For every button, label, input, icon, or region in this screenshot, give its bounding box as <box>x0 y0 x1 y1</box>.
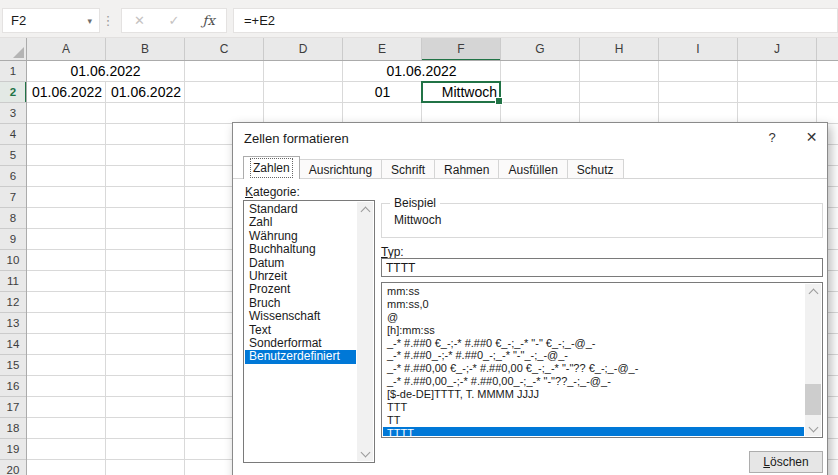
fill-handle[interactable] <box>495 97 503 105</box>
category-item-buchhaltung[interactable]: Buchhaltung <box>245 243 356 256</box>
cell-a2[interactable]: 01.06.2022 <box>27 82 106 102</box>
separator-dots-icon[interactable]: ⋮ <box>101 8 115 33</box>
row-header-2[interactable]: 2 <box>0 82 26 103</box>
column-header-f[interactable]: F <box>422 38 501 60</box>
format-code-item[interactable]: TT <box>383 414 804 427</box>
column-headers: ABCDEFGHIJK <box>27 38 838 61</box>
tab-label: Schutz <box>577 163 614 177</box>
format-code-item[interactable]: _-* #.##0 €_-;-* #.##0 €_-;_-* "-" €_-;_… <box>383 337 804 350</box>
name-box[interactable]: F2 ▾ <box>2 8 100 33</box>
cell-b2[interactable]: 01.06.2022 <box>106 82 185 102</box>
tab-schutz[interactable]: Schutz <box>568 159 624 179</box>
category-item-sonderformat[interactable]: Sonderformat <box>245 337 356 350</box>
scroll-down-button[interactable] <box>357 446 373 461</box>
row-header-13[interactable]: 13 <box>0 313 26 334</box>
scroll-down-button[interactable] <box>805 421 821 436</box>
row-header-6[interactable]: 6 <box>0 166 26 187</box>
close-icon[interactable]: ✕ <box>803 129 820 145</box>
row-headers: 123456789101112131415161718192021 <box>0 61 27 475</box>
row-header-17[interactable]: 17 <box>0 397 26 418</box>
cell-e1-merged[interactable]: 01.06.2022 <box>343 61 500 81</box>
column-header-h[interactable]: H <box>580 38 659 60</box>
format-code-item[interactable]: [h]:mm:ss <box>383 324 804 337</box>
row-header-7[interactable]: 7 <box>0 187 26 208</box>
category-item-datum[interactable]: Datum <box>245 257 356 270</box>
tab-rahmen[interactable]: Rahmen <box>435 159 499 179</box>
tab-label: Schrift <box>391 163 425 177</box>
format-code-item[interactable]: TTT <box>383 401 804 414</box>
scrollbar-thumb[interactable] <box>805 384 821 415</box>
format-code-item[interactable]: mm:ss <box>383 285 804 298</box>
format-code-item[interactable]: _-* #.##0,00_-;-* #.##0,00_-;_-* "-"??_-… <box>383 375 804 388</box>
column-header-g[interactable]: G <box>501 38 580 60</box>
column-header-d[interactable]: D <box>264 38 343 60</box>
scroll-up-button[interactable] <box>357 202 373 217</box>
row-header-14[interactable]: 14 <box>0 334 26 355</box>
cancel-icon[interactable]: ✕ <box>122 13 157 28</box>
column-header-j[interactable]: J <box>738 38 817 60</box>
column-header-e[interactable]: E <box>343 38 422 60</box>
row-header-19[interactable]: 19 <box>0 439 26 460</box>
tab-ausrichtung[interactable]: Ausrichtung <box>300 159 382 179</box>
category-item-bruch[interactable]: Bruch <box>245 297 356 310</box>
tab-zahlen[interactable]: Zahlen <box>243 156 300 179</box>
row-header-5[interactable]: 5 <box>0 145 26 166</box>
row-header-16[interactable]: 16 <box>0 376 26 397</box>
help-icon[interactable]: ? <box>764 130 780 145</box>
row-header-12[interactable]: 12 <box>0 292 26 313</box>
tab-schrift[interactable]: Schrift <box>382 159 435 179</box>
category-item-standard[interactable]: Standard <box>245 203 356 216</box>
row-header-9[interactable]: 9 <box>0 229 26 250</box>
row-header-3[interactable]: 3 <box>0 103 26 124</box>
category-item-w-hrung[interactable]: Währung <box>245 230 356 243</box>
column-header-k[interactable]: K <box>817 38 838 60</box>
enter-icon[interactable]: ✓ <box>157 13 192 28</box>
format-code-item[interactable]: _-* #.##0,00 €_-;-* #.##0,00 €_-;_-* "-"… <box>383 362 804 375</box>
dialog-title: Zellen formatieren <box>244 131 349 146</box>
excel-window: F2 ▾ ⋮ ✕ ✓ ƒx =+E2 ABCDEFGHIJK 123456789… <box>0 0 838 475</box>
row-header-10[interactable]: 10 <box>0 250 26 271</box>
cell-e2[interactable]: 01 <box>343 82 422 102</box>
tab-ausf-llen[interactable]: Ausfüllen <box>499 159 567 179</box>
category-item-text[interactable]: Text <box>245 324 356 337</box>
category-item-prozent[interactable]: Prozent <box>245 283 356 296</box>
chevron-up-icon <box>808 288 818 298</box>
insert-function-icon[interactable]: ƒx <box>191 13 226 28</box>
format-code-item[interactable]: TTTT <box>383 427 804 436</box>
row-header-20[interactable]: 20 <box>0 460 26 475</box>
chevron-down-icon <box>808 422 818 432</box>
format-code-item[interactable]: _-* #.##0_-;-* #.##0_-;_-* "-"_-;_-@_- <box>383 349 804 362</box>
category-item-uhrzeit[interactable]: Uhrzeit <box>245 270 356 283</box>
formula-bar-strip: F2 ▾ ⋮ ✕ ✓ ƒx =+E2 <box>0 0 838 38</box>
format-code-item[interactable]: [$-de-DE]TTTT, T. MMMM JJJJ <box>383 388 804 401</box>
category-listbox[interactable]: StandardZahlWährungBuchhaltungDatumUhrze… <box>243 200 375 463</box>
column-header-c[interactable]: C <box>185 38 264 60</box>
format-scrollbar[interactable] <box>805 284 821 436</box>
format-cells-dialog: Zellen formatieren ? ✕ ZahlenAusrichtung… <box>232 122 828 475</box>
row-header-1[interactable]: 1 <box>0 61 26 82</box>
format-code-item[interactable]: @ <box>383 311 804 324</box>
delete-button[interactable]: Löschen <box>749 451 823 473</box>
cell-a1-merged[interactable]: 01.06.2022 <box>27 61 184 81</box>
chevron-up-icon <box>360 206 370 216</box>
formula-bar[interactable]: =+E2 <box>233 8 838 33</box>
format-code-listbox[interactable]: mm:ssmm:ss,0@[h]:mm:ss_-* #.##0 €_-;-* #… <box>381 282 823 438</box>
scroll-up-button[interactable] <box>805 284 821 299</box>
format-code-item[interactable]: mm:ss,0 <box>383 298 804 311</box>
category-item-zahl[interactable]: Zahl <box>245 216 356 229</box>
chevron-down-icon[interactable]: ▾ <box>87 16 99 26</box>
example-legend: Beispiel <box>390 196 440 210</box>
row-header-11[interactable]: 11 <box>0 271 26 292</box>
category-item-wissenschaft[interactable]: Wissenschaft <box>245 310 356 323</box>
column-header-i[interactable]: I <box>659 38 738 60</box>
category-item-benutzerdefiniert[interactable]: Benutzerdefiniert <box>245 350 356 363</box>
row-header-8[interactable]: 8 <box>0 208 26 229</box>
row-header-18[interactable]: 18 <box>0 418 26 439</box>
row-header-4[interactable]: 4 <box>0 124 26 145</box>
category-scrollbar[interactable] <box>357 202 373 461</box>
select-all-corner[interactable] <box>0 38 27 61</box>
column-header-a[interactable]: A <box>27 38 106 60</box>
column-header-b[interactable]: B <box>106 38 185 60</box>
row-header-15[interactable]: 15 <box>0 355 26 376</box>
type-input[interactable] <box>381 258 823 277</box>
